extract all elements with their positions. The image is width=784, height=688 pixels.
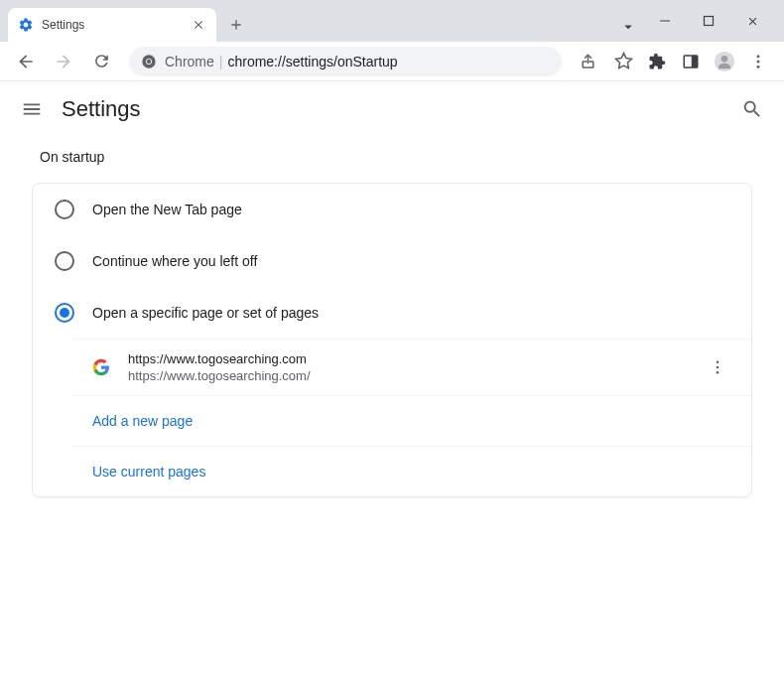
svg-point-11: [757, 65, 760, 68]
startup-page-row: https://www.togosearching.com https://ww…: [72, 339, 751, 395]
radio-icon: [55, 303, 74, 323]
svg-rect-6: [692, 56, 698, 68]
settings-header: Settings: [0, 81, 784, 137]
svg-point-13: [717, 366, 719, 369]
google-favicon-icon: [92, 358, 110, 376]
maximize-button[interactable]: [689, 6, 728, 36]
radio-new-tab[interactable]: Open the New Tab page: [33, 184, 751, 235]
startup-page-title: https://www.togosearching.com: [128, 351, 688, 366]
add-page-link[interactable]: Add a new page: [92, 413, 193, 429]
extensions-icon[interactable]: [641, 46, 673, 77]
svg-point-14: [717, 371, 719, 374]
startup-card: Open the New Tab page Continue where you…: [32, 183, 752, 497]
svg-rect-0: [660, 21, 670, 22]
profile-avatar-icon[interactable]: [709, 46, 740, 77]
svg-point-4: [147, 59, 151, 63]
search-icon[interactable]: [740, 97, 764, 121]
page-title: Settings: [62, 96, 722, 122]
startup-page-url: https://www.togosearching.com/: [128, 368, 688, 383]
settings-content: On startup Open the New Tab page Continu…: [0, 137, 784, 509]
svg-point-9: [757, 55, 760, 58]
share-icon[interactable]: [574, 46, 605, 77]
url-text: Chrome | chrome://settings/onStartup: [165, 54, 398, 69]
use-current-link[interactable]: Use current pages: [92, 464, 205, 480]
svg-point-12: [717, 360, 719, 363]
radio-label: Continue where you left off: [92, 253, 257, 269]
new-tab-button[interactable]: [222, 11, 250, 39]
address-bar[interactable]: Chrome | chrome://settings/onStartup: [129, 47, 562, 76]
section-title: On startup: [40, 149, 752, 165]
tab-search-icon[interactable]: [619, 18, 637, 36]
close-window-button[interactable]: [732, 6, 772, 36]
tab-close-icon[interactable]: [191, 17, 206, 33]
radio-icon: [55, 251, 74, 271]
radio-label: Open the New Tab page: [92, 202, 242, 217]
window-controls: [645, 6, 776, 42]
svg-point-8: [721, 56, 727, 62]
minimize-button[interactable]: [645, 6, 685, 36]
browser-toolbar: Chrome | chrome://settings/onStartup: [0, 42, 784, 81]
svg-point-10: [757, 60, 760, 63]
reload-button[interactable]: [85, 46, 117, 77]
browser-tab[interactable]: Settings: [8, 8, 216, 42]
chrome-icon: [141, 54, 157, 69]
radio-label: Open a specific page or set of pages: [92, 305, 319, 321]
add-page-row[interactable]: Add a new page: [72, 395, 751, 446]
page-more-icon[interactable]: [706, 358, 729, 376]
svg-rect-1: [705, 17, 714, 26]
window-titlebar: Settings: [0, 0, 784, 42]
radio-icon: [55, 200, 74, 219]
settings-gear-icon: [18, 17, 34, 33]
forward-button[interactable]: [48, 46, 79, 77]
back-button[interactable]: [10, 46, 42, 77]
tab-title: Settings: [42, 18, 183, 32]
radio-continue[interactable]: Continue where you left off: [33, 235, 751, 287]
use-current-row[interactable]: Use current pages: [72, 446, 751, 496]
menu-kebab-icon[interactable]: [742, 46, 774, 77]
hamburger-menu-icon[interactable]: [20, 97, 44, 121]
side-panel-icon[interactable]: [675, 46, 707, 77]
radio-specific-pages[interactable]: Open a specific page or set of pages: [33, 287, 751, 339]
bookmark-star-icon[interactable]: [607, 46, 639, 77]
